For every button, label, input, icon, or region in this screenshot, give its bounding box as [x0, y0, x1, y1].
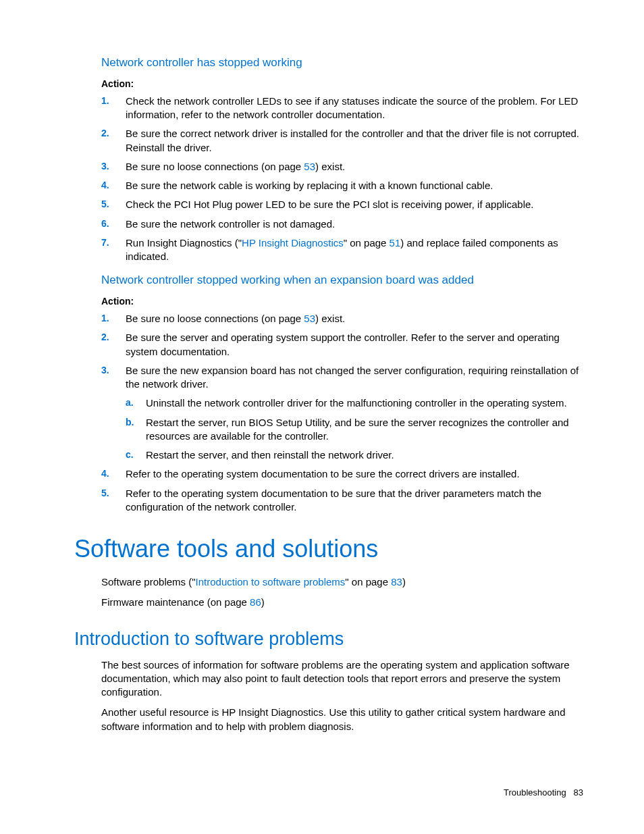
text: " on page — [344, 237, 390, 249]
heading-software-tools: Software tools and solutions — [74, 533, 583, 566]
list-item: Be sure the network controller is not da… — [101, 217, 583, 231]
text: ) exist. — [315, 313, 345, 324]
text: Run Insight Diagnostics (" — [126, 237, 242, 249]
heading-network-stopped: Network controller has stopped working — [101, 55, 583, 71]
sub-list-item: Uninstall the network controller driver … — [126, 396, 583, 410]
action-list-2: Be sure no loose connections (on page 53… — [101, 312, 583, 514]
page-link[interactable]: 53 — [304, 313, 315, 324]
list-item: Be sure the new expansion board has not … — [101, 364, 583, 463]
sub-list: Uninstall the network controller driver … — [126, 396, 583, 462]
footer-page-number: 83 — [574, 787, 583, 798]
text: Be sure the new expansion board has not … — [126, 365, 579, 390]
page-footer: Troubleshooting 83 — [504, 787, 583, 799]
list-item: Refer to the operating system documentat… — [101, 487, 583, 515]
sub-list-item: Restart the server, run BIOS Setup Utili… — [126, 416, 583, 444]
intro-para-1: The best sources of information for soft… — [101, 658, 583, 700]
list-item: Be sure no loose connections (on page 53… — [101, 160, 583, 174]
text: ) — [261, 596, 265, 608]
cross-ref-link[interactable]: Introduction to software problems — [196, 576, 346, 588]
text: ) — [402, 576, 406, 588]
software-problems-ref: Software problems ("Introduction to soft… — [101, 575, 583, 589]
action-label-2: Action: — [101, 295, 583, 308]
list-item: Be sure no loose connections (on page 53… — [101, 312, 583, 325]
footer-section: Troubleshooting — [504, 787, 566, 798]
list-item: Be sure the correct network driver is in… — [101, 127, 583, 155]
page-link[interactable]: 51 — [390, 237, 401, 249]
action-list-1: Check the network controller LEDs to see… — [101, 95, 583, 264]
list-item: Check the network controller LEDs to see… — [101, 95, 583, 122]
firmware-ref: Firmware maintenance (on page 86) — [101, 596, 583, 609]
action-text: Action — [101, 296, 131, 307]
page-link[interactable]: 86 — [250, 596, 261, 608]
intro-para-2: Another useful resource is HP Insight Di… — [101, 706, 583, 733]
text: Be sure no loose connections (on page — [126, 313, 304, 324]
text: " on page — [345, 576, 391, 588]
text: Software problems (" — [101, 576, 196, 588]
list-item: Run Insight Diagnostics ("HP Insight Dia… — [101, 236, 583, 264]
list-item: Refer to the operating system documentat… — [101, 467, 583, 481]
list-item: Be sure the server and operating system … — [101, 331, 583, 359]
cross-ref-link[interactable]: HP Insight Diagnostics — [242, 237, 344, 249]
list-item: Be sure the network cable is working by … — [101, 179, 583, 192]
text: ) exist. — [315, 161, 345, 172]
page-link[interactable]: 53 — [304, 161, 315, 172]
action-label-1: Action: — [101, 78, 583, 90]
text: Firmware maintenance (on page — [101, 596, 250, 608]
page-link[interactable]: 83 — [391, 576, 402, 588]
heading-network-expansion: Network controller stopped working when … — [101, 273, 583, 288]
heading-intro-software: Introduction to software problems — [74, 627, 583, 651]
action-text: Action — [101, 78, 131, 89]
sub-list-item: Restart the server, and then reinstall t… — [126, 448, 583, 462]
text: Be sure no loose connections (on page — [126, 161, 304, 172]
list-item: Check the PCI Hot Plug power LED to be s… — [101, 198, 583, 211]
